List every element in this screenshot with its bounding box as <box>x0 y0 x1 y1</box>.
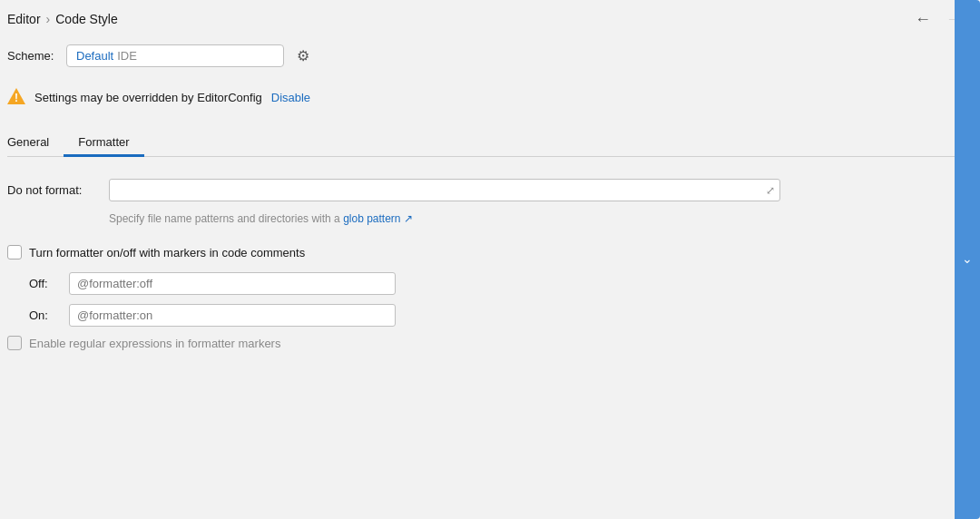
warning-icon: ! <box>7 88 25 106</box>
on-field-row: On: <box>29 304 965 327</box>
expand-button[interactable]: ⤢ <box>764 182 777 199</box>
on-label: On: <box>29 308 62 322</box>
breadcrumb-separator: › <box>46 12 51 26</box>
breadcrumb-title: Code Style <box>55 12 117 26</box>
tab-general[interactable]: General <box>7 128 64 156</box>
svg-text:!: ! <box>15 92 18 104</box>
warning-triangle-icon: ! <box>6 87 26 105</box>
expand-icon: ⤢ <box>766 184 775 197</box>
scheme-gear-button[interactable]: ⚙ <box>293 44 313 68</box>
regex-row: Enable regular expressions in formatter … <box>7 336 965 350</box>
scheme-default-text: Default <box>76 49 113 63</box>
scheme-value-display: Default IDE <box>67 45 283 66</box>
scheme-label: Scheme: <box>7 49 57 63</box>
warning-bar: ! Settings may be overridden by EditorCo… <box>7 83 965 112</box>
glob-pattern-link[interactable]: glob pattern ↗ <box>343 212 413 225</box>
nav-buttons: ← → <box>911 9 965 29</box>
do-not-format-input-wrapper: ⤢ <box>109 179 780 201</box>
off-field-row: Off: <box>29 272 965 295</box>
scheme-select-wrapper[interactable]: Default IDE <box>66 44 284 67</box>
do-not-format-label: Do not format: <box>7 179 98 197</box>
formatter-fields: Off: On: <box>29 272 965 327</box>
forward-button[interactable]: → <box>942 9 965 29</box>
hint-row: Specify file name patterns and directori… <box>109 212 965 225</box>
on-input[interactable] <box>69 304 396 327</box>
formatter-toggle-label: Turn formatter on/off with markers in co… <box>29 246 305 260</box>
do-not-format-row: Do not format: ⤢ <box>7 179 965 201</box>
breadcrumb: Editor › Code Style <box>7 12 118 26</box>
formatter-toggle-row: Turn formatter on/off with markers in co… <box>7 245 965 260</box>
header: Editor › Code Style ← → <box>0 0 980 36</box>
regex-checkbox[interactable] <box>7 336 22 350</box>
content: Scheme: Default IDE ⚙ ! Settings may be … <box>0 36 980 381</box>
disable-link[interactable]: Disable <box>271 91 310 104</box>
do-not-format-input[interactable] <box>109 179 780 201</box>
hint-text: Specify file name patterns and directori… <box>109 212 340 225</box>
off-input[interactable] <box>69 272 396 295</box>
back-button[interactable]: ← <box>911 9 935 29</box>
scheme-ide-text: IDE <box>117 49 137 63</box>
formatter-content: Do not format: ⤢ Specify file name patte… <box>7 175 965 367</box>
tabs: General Formatter <box>7 128 965 157</box>
regex-label: Enable regular expressions in formatter … <box>29 337 280 350</box>
scheme-row: Scheme: Default IDE ⚙ <box>7 44 965 68</box>
formatter-toggle-checkbox[interactable] <box>7 245 22 260</box>
tab-formatter[interactable]: Formatter <box>64 128 143 156</box>
warning-text: Settings may be overridden by EditorConf… <box>34 91 262 104</box>
off-label: Off: <box>29 277 62 290</box>
breadcrumb-editor: Editor <box>7 12 41 26</box>
